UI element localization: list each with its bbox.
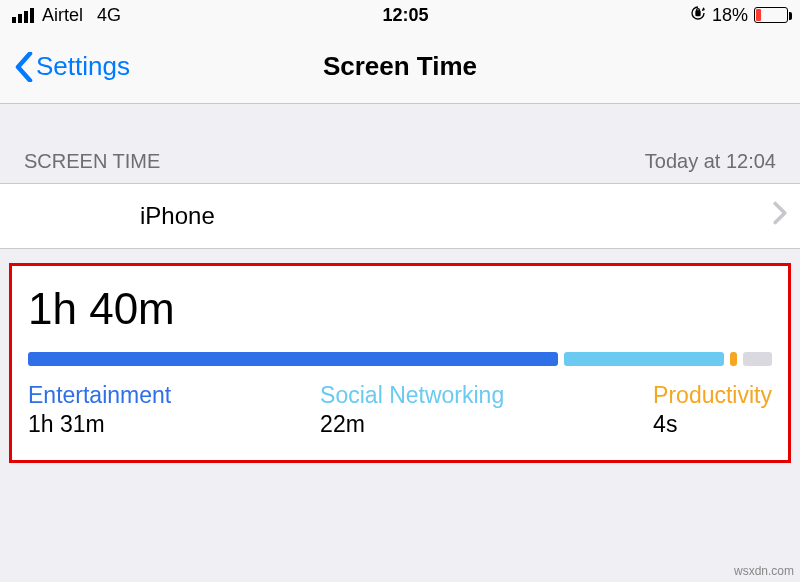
category-value: 22m <box>320 411 504 438</box>
device-row[interactable]: iPhone <box>0 183 800 249</box>
status-right: 18% <box>690 5 788 26</box>
bar-segment-entertainment <box>28 352 558 366</box>
back-label: Settings <box>36 51 130 82</box>
bar-segment-social <box>564 352 724 366</box>
rotation-lock-icon <box>690 5 706 26</box>
device-name: iPhone <box>140 202 215 230</box>
category-label: Entertainment <box>28 382 171 409</box>
battery-icon <box>754 7 788 23</box>
svg-rect-0 <box>696 11 700 16</box>
status-left: Airtel 4G <box>12 5 121 26</box>
screen-time-summary: 1h 40m Entertainment 1h 31m Social Netwo… <box>9 263 791 463</box>
chevron-left-icon <box>14 52 34 82</box>
network-label: 4G <box>97 5 121 26</box>
back-button[interactable]: Settings <box>14 51 130 82</box>
battery-fill <box>756 9 761 21</box>
category-entertainment: Entertainment 1h 31m <box>28 382 171 438</box>
section-timestamp: Today at 12:04 <box>645 150 776 173</box>
category-value: 1h 31m <box>28 411 171 438</box>
watermark: wsxdn.com <box>734 564 794 578</box>
category-list: Entertainment 1h 31m Social Networking 2… <box>28 382 772 438</box>
category-social: Social Networking 22m <box>320 382 504 438</box>
battery-percent-label: 18% <box>712 5 748 26</box>
bar-segment-remainder <box>743 352 772 366</box>
category-label: Social Networking <box>320 382 504 409</box>
carrier-label: Airtel <box>42 5 83 26</box>
section-header: SCREEN TIME Today at 12:04 <box>0 104 800 183</box>
section-label: SCREEN TIME <box>24 150 160 173</box>
bar-segment-productivity <box>730 352 737 366</box>
signal-icon <box>12 8 34 23</box>
chevron-right-icon <box>772 201 788 231</box>
category-label: Productivity <box>653 382 772 409</box>
category-productivity: Productivity 4s <box>653 382 772 438</box>
status-bar: Airtel 4G 12:05 18% <box>0 0 800 30</box>
category-value: 4s <box>653 411 772 438</box>
nav-bar: Settings Screen Time <box>0 30 800 104</box>
usage-bar <box>28 352 772 366</box>
clock-label: 12:05 <box>382 5 428 26</box>
total-time: 1h 40m <box>28 284 772 334</box>
